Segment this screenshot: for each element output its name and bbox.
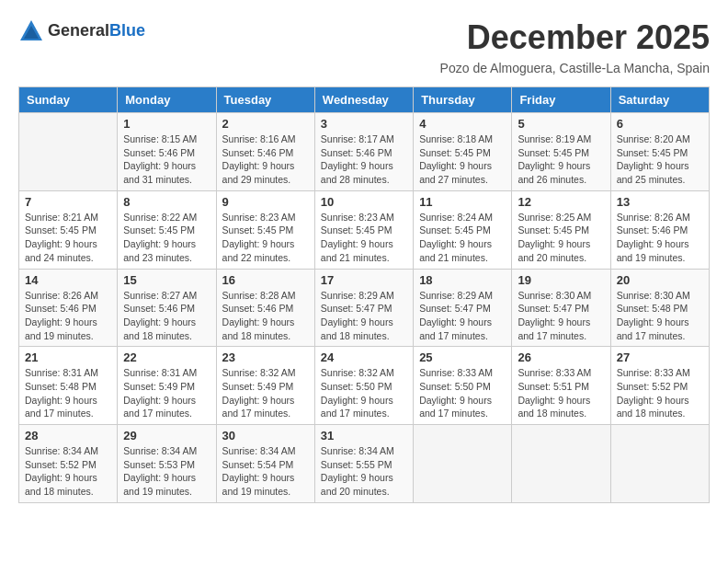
header-day-sunday: Sunday	[19, 87, 118, 113]
day-number: 17	[321, 273, 407, 287]
day-info: Sunrise: 8:23 AM Sunset: 5:45 PM Dayligh…	[222, 211, 309, 265]
day-number: 22	[123, 350, 210, 364]
calendar-cell: 28Sunrise: 8:34 AM Sunset: 5:52 PM Dayli…	[19, 425, 118, 503]
calendar-cell: 2Sunrise: 8:16 AM Sunset: 5:46 PM Daylig…	[216, 113, 314, 191]
header-day-wednesday: Wednesday	[314, 87, 413, 113]
day-number: 29	[123, 429, 210, 442]
day-info: Sunrise: 8:22 AM Sunset: 5:45 PM Dayligh…	[123, 211, 210, 265]
logo-general: GeneralBlue	[48, 22, 145, 40]
day-info: Sunrise: 8:18 AM Sunset: 5:45 PM Dayligh…	[419, 132, 506, 187]
day-number: 25	[419, 350, 506, 364]
calendar-cell: 1Sunrise: 8:15 AM Sunset: 5:46 PM Daylig…	[118, 113, 216, 191]
calendar-cell: 4Sunrise: 8:18 AM Sunset: 5:45 PM Daylig…	[414, 113, 512, 191]
calendar-cell: 9Sunrise: 8:23 AM Sunset: 5:45 PM Daylig…	[216, 190, 314, 269]
day-number: 23	[222, 350, 309, 364]
calendar-cell: 20Sunrise: 8:30 AM Sunset: 5:48 PM Dayli…	[610, 269, 709, 347]
subtitle: Pozo de Almoguera, Castille-La Mancha, S…	[18, 61, 710, 75]
day-info: Sunrise: 8:29 AM Sunset: 5:47 PM Dayligh…	[321, 289, 407, 343]
calendar-cell: 11Sunrise: 8:24 AM Sunset: 5:45 PM Dayli…	[414, 190, 512, 269]
day-number: 28	[25, 429, 111, 442]
calendar-cell: 19Sunrise: 8:30 AM Sunset: 5:47 PM Dayli…	[512, 269, 610, 347]
day-info: Sunrise: 8:25 AM Sunset: 5:45 PM Dayligh…	[518, 211, 604, 265]
calendar-cell: 24Sunrise: 8:32 AM Sunset: 5:50 PM Dayli…	[314, 347, 413, 425]
day-info: Sunrise: 8:26 AM Sunset: 5:46 PM Dayligh…	[617, 211, 703, 265]
day-number: 3	[321, 117, 407, 131]
calendar-week-row: 21Sunrise: 8:31 AM Sunset: 5:48 PM Dayli…	[19, 347, 710, 425]
calendar-week-row: 14Sunrise: 8:26 AM Sunset: 5:46 PM Dayli…	[19, 269, 710, 347]
month-title: December 2025	[467, 18, 710, 57]
day-number: 16	[222, 273, 309, 287]
day-info: Sunrise: 8:31 AM Sunset: 5:49 PM Dayligh…	[123, 366, 210, 420]
day-number: 10	[321, 195, 407, 209]
day-info: Sunrise: 8:21 AM Sunset: 5:45 PM Dayligh…	[25, 211, 111, 265]
day-info: Sunrise: 8:30 AM Sunset: 5:48 PM Dayligh…	[617, 289, 703, 343]
day-info: Sunrise: 8:33 AM Sunset: 5:50 PM Dayligh…	[419, 366, 506, 420]
calendar-cell: 14Sunrise: 8:26 AM Sunset: 5:46 PM Dayli…	[19, 269, 118, 347]
logo-icon	[18, 18, 44, 44]
day-number: 24	[321, 350, 407, 364]
calendar-cell: 6Sunrise: 8:20 AM Sunset: 5:45 PM Daylig…	[610, 113, 709, 191]
calendar-cell: 21Sunrise: 8:31 AM Sunset: 5:48 PM Dayli…	[19, 347, 118, 425]
day-number: 4	[419, 117, 506, 131]
calendar-cell: 29Sunrise: 8:34 AM Sunset: 5:53 PM Dayli…	[118, 425, 216, 503]
calendar-table: SundayMondayTuesdayWednesdayThursdayFrid…	[18, 86, 710, 503]
calendar-cell: 12Sunrise: 8:25 AM Sunset: 5:45 PM Dayli…	[512, 190, 610, 269]
day-info: Sunrise: 8:34 AM Sunset: 5:55 PM Dayligh…	[321, 444, 407, 499]
day-info: Sunrise: 8:20 AM Sunset: 5:45 PM Dayligh…	[617, 132, 703, 187]
day-number: 9	[222, 195, 309, 209]
day-number: 6	[617, 117, 703, 131]
calendar-cell: 30Sunrise: 8:34 AM Sunset: 5:54 PM Dayli…	[216, 425, 314, 503]
calendar-cell: 8Sunrise: 8:22 AM Sunset: 5:45 PM Daylig…	[118, 190, 216, 269]
calendar-cell	[512, 425, 610, 503]
day-number: 14	[25, 273, 111, 287]
day-number: 31	[321, 429, 407, 442]
day-info: Sunrise: 8:19 AM Sunset: 5:45 PM Dayligh…	[518, 132, 604, 187]
calendar-header-row: SundayMondayTuesdayWednesdayThursdayFrid…	[19, 87, 710, 113]
day-info: Sunrise: 8:15 AM Sunset: 5:46 PM Dayligh…	[123, 132, 210, 187]
calendar-cell: 13Sunrise: 8:26 AM Sunset: 5:46 PM Dayli…	[610, 190, 709, 269]
day-info: Sunrise: 8:33 AM Sunset: 5:52 PM Dayligh…	[617, 366, 703, 420]
day-info: Sunrise: 8:33 AM Sunset: 5:51 PM Dayligh…	[518, 366, 604, 420]
calendar-cell: 7Sunrise: 8:21 AM Sunset: 5:45 PM Daylig…	[19, 190, 118, 269]
day-info: Sunrise: 8:27 AM Sunset: 5:46 PM Dayligh…	[123, 289, 210, 343]
day-number: 11	[419, 195, 506, 209]
calendar-cell: 23Sunrise: 8:32 AM Sunset: 5:49 PM Dayli…	[216, 347, 314, 425]
calendar-cell: 17Sunrise: 8:29 AM Sunset: 5:47 PM Dayli…	[314, 269, 413, 347]
day-number: 15	[123, 273, 210, 287]
header-top: GeneralBlue December 2025	[18, 18, 710, 57]
day-number: 5	[518, 117, 604, 131]
header-day-tuesday: Tuesday	[216, 87, 314, 113]
header-day-thursday: Thursday	[414, 87, 512, 113]
calendar-week-row: 7Sunrise: 8:21 AM Sunset: 5:45 PM Daylig…	[19, 190, 710, 269]
day-number: 1	[123, 117, 210, 131]
day-number: 7	[25, 195, 111, 209]
day-info: Sunrise: 8:30 AM Sunset: 5:47 PM Dayligh…	[518, 289, 604, 343]
day-info: Sunrise: 8:26 AM Sunset: 5:46 PM Dayligh…	[25, 289, 111, 343]
header-day-friday: Friday	[512, 87, 610, 113]
day-info: Sunrise: 8:34 AM Sunset: 5:54 PM Dayligh…	[222, 444, 309, 499]
calendar-cell: 27Sunrise: 8:33 AM Sunset: 5:52 PM Dayli…	[610, 347, 709, 425]
day-info: Sunrise: 8:34 AM Sunset: 5:52 PM Dayligh…	[25, 444, 111, 499]
calendar-cell: 26Sunrise: 8:33 AM Sunset: 5:51 PM Dayli…	[512, 347, 610, 425]
day-number: 18	[419, 273, 506, 287]
day-number: 27	[617, 350, 703, 364]
day-info: Sunrise: 8:28 AM Sunset: 5:46 PM Dayligh…	[222, 289, 309, 343]
day-info: Sunrise: 8:32 AM Sunset: 5:49 PM Dayligh…	[222, 366, 309, 420]
day-number: 2	[222, 117, 309, 131]
day-info: Sunrise: 8:24 AM Sunset: 5:45 PM Dayligh…	[419, 211, 506, 265]
day-info: Sunrise: 8:31 AM Sunset: 5:48 PM Dayligh…	[25, 366, 111, 420]
calendar-cell: 5Sunrise: 8:19 AM Sunset: 5:45 PM Daylig…	[512, 113, 610, 191]
header-day-monday: Monday	[118, 87, 216, 113]
day-number: 21	[25, 350, 111, 364]
calendar-cell: 10Sunrise: 8:23 AM Sunset: 5:45 PM Dayli…	[314, 190, 413, 269]
day-number: 13	[617, 195, 703, 209]
calendar-cell: 16Sunrise: 8:28 AM Sunset: 5:46 PM Dayli…	[216, 269, 314, 347]
day-info: Sunrise: 8:23 AM Sunset: 5:45 PM Dayligh…	[321, 211, 407, 265]
logo: GeneralBlue	[18, 18, 145, 44]
day-info: Sunrise: 8:17 AM Sunset: 5:46 PM Dayligh…	[321, 132, 407, 187]
calendar-cell: 15Sunrise: 8:27 AM Sunset: 5:46 PM Dayli…	[118, 269, 216, 347]
calendar-cell: 25Sunrise: 8:33 AM Sunset: 5:50 PM Dayli…	[414, 347, 512, 425]
day-number: 12	[518, 195, 604, 209]
calendar-cell	[19, 113, 118, 191]
calendar-cell: 18Sunrise: 8:29 AM Sunset: 5:47 PM Dayli…	[414, 269, 512, 347]
